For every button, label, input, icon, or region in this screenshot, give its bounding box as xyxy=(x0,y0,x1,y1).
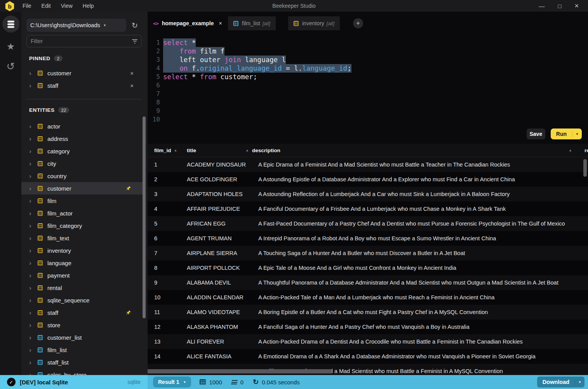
tab-inventory[interactable]: inventory[all] xyxy=(288,16,340,30)
sidebar-item-country[interactable]: ›country xyxy=(21,170,143,182)
sidebar-item-actor[interactable]: ›actor xyxy=(21,120,143,132)
chevron-right-icon[interactable]: › xyxy=(29,222,38,229)
sidebar-item-sales_by_store[interactable]: ›sales_by_store xyxy=(21,368,143,375)
sidebar-item-customer_list[interactable]: ›customer_list xyxy=(21,331,143,344)
chevron-right-icon[interactable]: › xyxy=(29,123,38,130)
sidebar-item-city[interactable]: ›city xyxy=(21,157,143,170)
chevron-right-icon[interactable]: › xyxy=(29,372,38,375)
sql-editor[interactable]: 1select *2 from film f3 left outer join … xyxy=(148,30,588,128)
results-horizontal-scrollbar[interactable] xyxy=(148,369,332,373)
column-header-film_id[interactable]: film_id▲ xyxy=(148,148,187,153)
table-row[interactable]: 5AFRICAN EGGA Fast-Paced Documentary of … xyxy=(148,216,588,231)
chevron-right-icon[interactable]: › xyxy=(29,260,38,266)
chevron-right-icon[interactable]: › xyxy=(29,334,38,341)
table-row[interactable]: 12ALASKA PHANTOMA Fanciful Saga of a Hun… xyxy=(148,320,588,334)
chevron-right-icon[interactable]: › xyxy=(29,285,38,291)
pin-icon[interactable] xyxy=(125,310,131,316)
table-row[interactable]: 4AFFAIR PREJUDICEA Fanciful Documentary … xyxy=(148,201,588,216)
table-row[interactable]: 9ALABAMA DEVILA Thoughtful Panorama of a… xyxy=(148,275,588,290)
sidebar-item-category[interactable]: ›category xyxy=(21,145,143,157)
chevron-right-icon[interactable]: › xyxy=(29,235,38,241)
sidebar-item-sqlite_sequence[interactable]: ›sqlite_sequence xyxy=(21,294,143,306)
sidebar-scrollbar[interactable] xyxy=(143,116,146,318)
table-row[interactable]: 14ALICE FANTASIAA Emotional Drama of a A… xyxy=(148,349,588,364)
column-header-title[interactable]: title▲ xyxy=(187,148,252,153)
chevron-right-icon[interactable]: › xyxy=(29,82,38,89)
sidebar-item-staff[interactable]: ›staff xyxy=(21,306,143,319)
sidebar-item-language[interactable]: ›language xyxy=(21,257,143,269)
sort-asc-icon[interactable]: ▲ xyxy=(569,148,572,152)
pinned-item-customer[interactable]: ›customer× xyxy=(21,67,143,79)
maximize-icon[interactable]: □ xyxy=(558,3,561,9)
chevron-right-icon[interactable]: › xyxy=(29,160,38,167)
chevron-right-icon[interactable]: › xyxy=(29,322,38,328)
table-row[interactable]: 10ALADDIN CALENDARA Action-Packed Tale o… xyxy=(148,290,588,305)
download-button-label[interactable]: Download xyxy=(537,379,575,385)
menu-file[interactable]: File xyxy=(23,3,31,9)
tab-film_list[interactable]: film_list[all] xyxy=(228,16,276,30)
run-options-caret-icon[interactable]: ▼ xyxy=(572,132,582,136)
sidebar-item-film_category[interactable]: ›film_category xyxy=(21,219,143,232)
minimize-icon[interactable]: — xyxy=(539,3,545,9)
sidebar-item-store[interactable]: ›store xyxy=(21,319,143,331)
chevron-right-icon[interactable]: › xyxy=(29,70,38,76)
menu-edit[interactable]: Edit xyxy=(42,3,51,9)
sidebar-item-customer[interactable]: ›customer xyxy=(21,182,143,194)
filter-input[interactable] xyxy=(31,38,132,44)
unpin-close-icon[interactable]: × xyxy=(130,82,134,89)
chevron-right-icon[interactable]: › xyxy=(29,297,38,304)
sidebar-item-inventory[interactable]: ›inventory xyxy=(21,244,143,257)
chevron-right-icon[interactable]: › xyxy=(29,148,38,155)
column-header-re[interactable]: re xyxy=(575,148,588,153)
chevron-right-icon[interactable]: › xyxy=(29,359,38,366)
close-icon[interactable]: × xyxy=(574,2,579,9)
chevron-right-icon[interactable]: › xyxy=(29,247,38,254)
download-button[interactable]: Download ▼ xyxy=(537,377,585,387)
table-row[interactable]: 11ALAMO VIDEOTAPEA Boring Epistle of a B… xyxy=(148,305,588,320)
save-button[interactable]: Save xyxy=(527,129,545,139)
chevron-right-icon[interactable]: › xyxy=(29,309,38,316)
sidebar-item-film_actor[interactable]: ›film_actor xyxy=(21,207,143,219)
table-row[interactable]: 3ADAPTATION HOLESA Astounding Reflection… xyxy=(148,187,588,201)
favorites-star-icon[interactable]: ★ xyxy=(7,42,15,51)
tab-close-icon[interactable]: × xyxy=(219,20,222,26)
table-row[interactable]: 1ACADEMY DINOSAURA Epic Drama of a Femin… xyxy=(148,157,588,172)
chevron-right-icon[interactable]: › xyxy=(29,347,38,353)
sort-asc-icon[interactable]: ▲ xyxy=(174,148,177,152)
table-row[interactable]: 6AGENT TRUMANA Intrepid Panorama of a Ro… xyxy=(148,231,588,246)
chevron-right-icon[interactable]: › xyxy=(29,198,38,204)
chevron-right-icon[interactable]: › xyxy=(29,210,38,217)
table-row[interactable]: 8AIRPORT POLLOCKA Epic Tale of a Moose A… xyxy=(148,260,588,275)
menu-view[interactable]: View xyxy=(61,3,73,9)
unpin-close-icon[interactable]: × xyxy=(130,70,134,76)
tab-homepage_example[interactable]: <>homepage_example× xyxy=(148,16,228,30)
pin-icon[interactable] xyxy=(125,186,131,191)
table-row[interactable]: 7AIRPLANE SIERRAA Touching Saga of a Hun… xyxy=(148,246,588,260)
run-button-label[interactable]: Run xyxy=(551,131,572,137)
sidebar-item-film[interactable]: ›film xyxy=(21,194,143,207)
database-icon[interactable] xyxy=(2,16,19,33)
table-row[interactable]: 2ACE GOLDFINGERA Astounding Epistle of a… xyxy=(148,172,588,187)
sidebar-item-staff_list[interactable]: ›staff_list xyxy=(21,356,143,368)
sort-asc-icon[interactable]: ▲ xyxy=(245,148,249,152)
chevron-right-icon[interactable]: › xyxy=(29,173,38,179)
menu-help[interactable]: Help xyxy=(83,3,94,9)
sidebar-item-rental[interactable]: ›rental xyxy=(21,281,143,294)
run-button[interactable]: Run ▼ xyxy=(551,129,582,139)
sidebar-item-film_text[interactable]: ›film_text xyxy=(21,232,143,244)
chevron-right-icon[interactable]: › xyxy=(29,185,38,192)
refresh-icon[interactable]: ↻ xyxy=(132,21,138,30)
table-row[interactable]: 13ALI FOREVERA Action-Packed Drama of a … xyxy=(148,334,588,349)
result-selector[interactable]: Result 1 ▼ xyxy=(153,377,191,387)
chevron-right-icon[interactable]: › xyxy=(29,272,38,279)
download-options-caret-icon[interactable]: ▼ xyxy=(575,380,585,384)
chevron-right-icon[interactable]: › xyxy=(29,135,38,142)
column-header-description[interactable]: description▲ xyxy=(252,148,575,153)
sidebar-item-payment[interactable]: ›payment xyxy=(21,269,143,281)
sidebar-item-film_list[interactable]: ›film_list xyxy=(21,344,143,356)
connection-dropdown[interactable]: C:\Users\ghstng\Downloads ▼ xyxy=(26,19,126,32)
sidebar-item-address[interactable]: ›address xyxy=(21,132,143,145)
pinned-item-staff[interactable]: ›staff× xyxy=(21,79,143,92)
history-icon[interactable]: ↺ xyxy=(7,61,15,71)
results-vertical-scrollbar[interactable] xyxy=(583,159,587,177)
